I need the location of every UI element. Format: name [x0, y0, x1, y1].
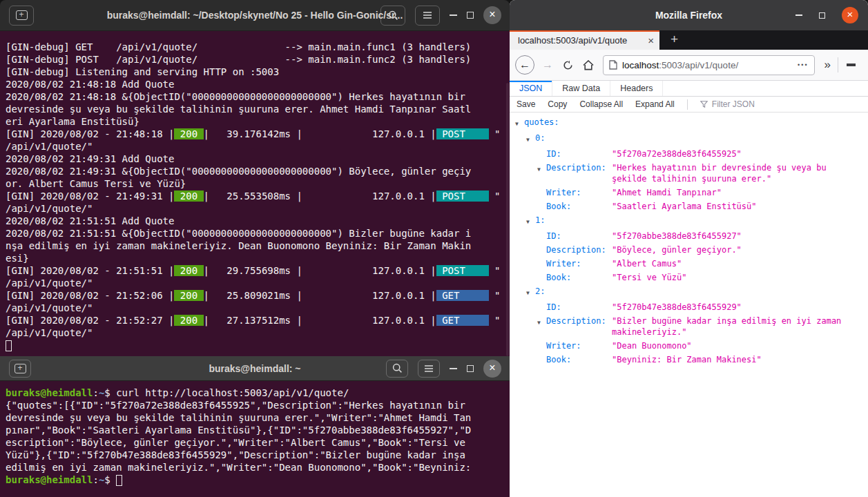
plus-icon: +	[671, 32, 678, 46]
terminal-scrollbar[interactable]	[506, 83, 509, 356]
forward-button[interactable]: →	[537, 59, 558, 71]
reload-button[interactable]	[558, 60, 578, 70]
terminal-line: /api/v1/quote/"	[6, 327, 510, 339]
app-menu-button[interactable]	[840, 64, 862, 67]
terminal-cursor	[116, 475, 122, 486]
json-value	[612, 117, 865, 130]
close-button[interactable]: ×	[483, 360, 501, 378]
json-key[interactable]: Description:	[546, 244, 606, 255]
close-icon: ×	[648, 35, 654, 46]
new-tab-button[interactable]: +	[9, 360, 31, 378]
tab-close-button[interactable]: ×	[648, 35, 654, 46]
search-button[interactable]	[380, 6, 405, 26]
maximize-button[interactable]	[819, 12, 825, 19]
terminal-output[interactable]: buraks@heimdall:~$ curl http://localhost…	[0, 381, 510, 497]
terminal-text-segment: | 25.809021ms | 127.0.0.1 |	[204, 290, 436, 301]
hamburger-icon	[847, 64, 856, 67]
json-key-cell: Writer:	[510, 258, 612, 269]
save-button[interactable]: Save	[517, 99, 535, 109]
json-value: "Beyniniz: Bir Zaman Makinesi"	[612, 354, 865, 365]
page-actions-button[interactable]: •••	[798, 61, 808, 68]
json-key[interactable]: quotes:	[524, 117, 559, 128]
maximize-button[interactable]	[467, 12, 474, 19]
terminal-line: [GIN] 2020/08/02 - 21:52:27 | 200 | 27.1…	[6, 314, 510, 327]
terminal-text-segment: /api/v1/quote/"	[6, 203, 93, 214]
json-key[interactable]: Description:	[546, 162, 606, 173]
terminal-output[interactable]: [GIN-debug] GET /api/v1/quote/ --> main.…	[0, 31, 510, 356]
json-key[interactable]: ID:	[546, 302, 561, 313]
back-button[interactable]: ←	[515, 55, 534, 75]
terminal-text-segment: 2020/08/02 21:48:18 &{ObjectID("00000000…	[6, 91, 465, 102]
tab-json[interactable]: JSON	[510, 81, 552, 96]
terminal-line: buraks@heimdall:~$ curl http://localhost…	[6, 387, 510, 399]
tab-headers[interactable]: Headers	[610, 81, 663, 96]
overflow-menu-button[interactable]: »	[819, 58, 836, 72]
url-bar[interactable]: localhost:5003/api/v1/quote/ •••	[603, 55, 815, 75]
json-key[interactable]: Book:	[546, 201, 571, 212]
minimize-button[interactable]	[795, 14, 802, 16]
json-value: "Böylece, günler geçiyor."	[612, 244, 865, 255]
json-viewer-toolbar: Save Copy Collapse All Expand All	[510, 97, 868, 113]
close-button[interactable]: ×	[483, 6, 501, 24]
terminal-text-segment: :	[93, 387, 98, 398]
maximize-button[interactable]	[467, 365, 474, 372]
terminal-text-segment: "	[489, 128, 501, 139]
terminal-text-segment: GET	[436, 290, 489, 301]
toolbar-separator	[838, 57, 838, 72]
json-row: Writer:"Dean Buonomono"	[510, 340, 865, 351]
json-key[interactable]: Writer:	[546, 187, 581, 198]
home-button[interactable]	[578, 60, 599, 70]
terminal-text-segment: esi}	[6, 253, 29, 264]
expand-arrow-icon[interactable]: ▼	[526, 286, 535, 299]
json-row: Book:"Beyniniz: Bir Zaman Makinesi"	[510, 354, 865, 365]
new-tab-button[interactable]: +	[9, 6, 34, 26]
terminal-titlebar[interactable]: buraks@heimdall: ~ + ×	[0, 356, 510, 381]
copy-button[interactable]: Copy	[548, 99, 567, 109]
json-key[interactable]: 0:	[535, 133, 545, 144]
json-key-cell: Writer:	[510, 187, 612, 198]
close-button[interactable]: ×	[842, 7, 858, 23]
arrow-spacer	[537, 354, 546, 356]
firefox-titlebar[interactable]: Mozilla Firefox ×	[510, 0, 868, 30]
expand-arrow-icon[interactable]: ▼	[515, 117, 524, 130]
terminal-text-segment: devresinde şu veya bu şekilde talihinin …	[6, 104, 471, 115]
expand-arrow-icon[interactable]: ▼	[537, 315, 546, 329]
json-key[interactable]: Book:	[546, 272, 571, 283]
json-key[interactable]: 1:	[535, 215, 545, 226]
expand-arrow-icon[interactable]: ▼	[537, 162, 546, 175]
collapse-all-button[interactable]: Collapse All	[579, 99, 623, 109]
new-tab-button[interactable]: +	[659, 30, 689, 50]
terminal-text-segment: "	[489, 290, 501, 301]
minimize-button[interactable]	[450, 368, 457, 369]
json-key[interactable]: Writer:	[546, 258, 581, 269]
search-button[interactable]	[386, 360, 408, 378]
json-row: Writer:"Albert Camus"	[510, 258, 865, 269]
menu-button[interactable]	[415, 6, 440, 26]
terminal-text-segment: buraks@heimdall	[6, 474, 93, 485]
terminal-titlebar[interactable]: buraks@heimdall: ~/Desktop/skynet/No 25 …	[0, 0, 510, 31]
json-key[interactable]: 2:	[535, 286, 545, 297]
url-host: localhost	[622, 60, 659, 70]
expand-all-button[interactable]: Expand All	[635, 99, 675, 109]
filter-json-input[interactable]	[712, 99, 861, 109]
tab-raw-data[interactable]: Raw Data	[552, 81, 610, 96]
terminal-line: 2020/08/02 21:48:18 &{ObjectID("00000000…	[6, 90, 510, 103]
menu-button[interactable]	[418, 360, 440, 378]
json-key[interactable]: Writer:	[546, 340, 581, 351]
json-key[interactable]: ID:	[546, 148, 561, 159]
terminal-text-segment: 2020/08/02 21:49:31 Add Quote	[6, 153, 174, 164]
json-row: ▼1:	[510, 215, 865, 228]
terminal-text-segment: | 39.176142ms | 127.0.0.1 |	[204, 128, 436, 139]
json-key[interactable]: Book:	[546, 354, 571, 365]
terminal-text-segment: 2020/08/02 21:51:51 Add Quote	[6, 215, 174, 226]
reload-icon	[563, 60, 573, 70]
json-value: "Herkes hayatının bir devresinde şu veya…	[612, 162, 865, 184]
new-tab-icon: +	[15, 364, 26, 373]
minimize-button[interactable]	[450, 14, 457, 16]
json-key[interactable]: ID:	[546, 231, 561, 242]
json-key[interactable]: Description:	[546, 315, 606, 327]
terminal-line: [GIN] 2020/08/02 - 21:52:06 | 200 | 25.8…	[6, 289, 510, 302]
browser-tab[interactable]: localhost:5003/api/v1/quote ×	[510, 30, 659, 50]
expand-arrow-icon[interactable]: ▼	[526, 133, 535, 146]
expand-arrow-icon[interactable]: ▼	[526, 215, 535, 228]
